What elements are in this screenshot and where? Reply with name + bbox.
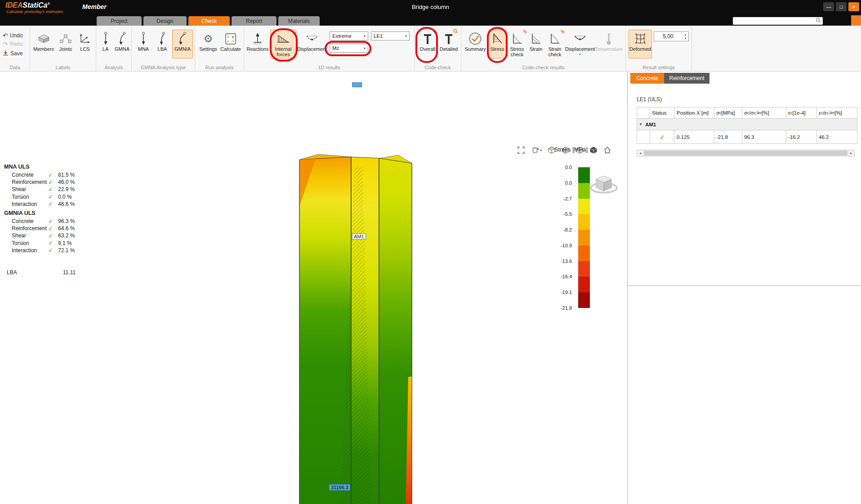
tab-reinforcement[interactable]: Reinforcement: [664, 73, 709, 84]
result-item-label: Concrete: [4, 172, 48, 178]
result-item-value: 46.0 %: [58, 179, 75, 185]
lcs-button[interactable]: LCS: [76, 30, 94, 58]
result-item: Interaction✓72.1 %: [4, 247, 112, 254]
group-label-run: Run analysis: [195, 65, 244, 70]
result-item: Interaction✓46.6 %: [4, 201, 112, 208]
internal-forces-icon: [277, 31, 290, 46]
tab-concrete[interactable]: Concrete: [630, 73, 664, 84]
results-table-row[interactable]: ✓0.125-21.896.3-16.246.2: [637, 130, 857, 144]
close-button[interactable]: ×: [848, 2, 859, 11]
lba-value: 11.11: [63, 269, 76, 276]
redo-label: Redo: [10, 41, 23, 47]
results-table-group-row[interactable]: ▼ AM1: [637, 119, 857, 130]
member-label[interactable]: AM1: [352, 233, 366, 240]
table-header-cell: σ c [MPa]: [714, 107, 742, 119]
percent-icon: %: [523, 29, 527, 35]
spinner-down-icon[interactable]: ▾: [685, 36, 687, 40]
result-item-label: Torsion: [4, 194, 48, 200]
strain-button[interactable]: Strain: [528, 30, 544, 58]
members-button[interactable]: Members: [32, 30, 55, 58]
check-icon: ✓: [48, 232, 58, 239]
lba-icon: [158, 31, 167, 46]
settings-button[interactable]: ⚙ Settings: [198, 30, 219, 58]
spinner-up-icon[interactable]: ▴: [685, 33, 687, 36]
overall-button[interactable]: % Overall: [418, 30, 437, 58]
undo-button[interactable]: ↶ Undo: [3, 32, 22, 39]
gmna-button[interactable]: GMNA: [114, 30, 130, 58]
column-3d-model[interactable]: [292, 152, 423, 504]
deformed-scale-spinner[interactable]: 5.00 ▴ ▾: [654, 31, 689, 41]
scrollbar-thumb[interactable]: [644, 151, 848, 156]
strain-check-button[interactable]: % Strain check: [545, 30, 565, 58]
redo-button[interactable]: ↷ Redo: [3, 40, 22, 48]
orbit-icon[interactable]: ▾: [531, 146, 542, 154]
displacement-1d-button[interactable]: Displacement: [297, 30, 327, 58]
search-input[interactable]: [733, 18, 816, 24]
calculate-icon: +×−=: [225, 31, 236, 46]
internal-forces-button[interactable]: Internal forces: [270, 30, 296, 58]
tab-materials[interactable]: Materials: [278, 16, 320, 26]
overall-label: Overall: [420, 46, 436, 52]
component-dropdown[interactable]: Mz ▾: [330, 44, 368, 53]
legend-segment: [578, 199, 590, 214]
stress-check-button[interactable]: % Stress check: [507, 30, 527, 58]
peak-value-label[interactable]: 31166.3: [329, 484, 350, 491]
stress-button[interactable]: Stress: [488, 30, 506, 58]
tab-design[interactable]: Design: [143, 16, 187, 26]
undo-icon: ↶: [3, 32, 8, 39]
strain-icon: [530, 31, 542, 46]
legend-tick-label: -2.7: [563, 196, 572, 201]
navigation-cube[interactable]: [589, 172, 619, 200]
stress-check-label: Stress check: [508, 46, 526, 57]
gear-icon: ⚙: [204, 31, 213, 46]
ribbon-group-gmna-type: MNA LBA GMNIA GMNA Analysis type: [132, 26, 195, 71]
joints-button[interactable]: Joints: [56, 30, 76, 58]
zoom-extents-icon[interactable]: [517, 146, 525, 154]
minimize-button[interactable]: —: [823, 2, 834, 11]
tab-report-label: Report: [246, 18, 262, 24]
panel-divider-horizontal[interactable]: [628, 285, 861, 286]
displacement-results-label: Displacement: [565, 46, 595, 52]
help-button[interactable]: [851, 15, 861, 26]
reactions-button[interactable]: Reactions: [247, 30, 268, 58]
detailed-button[interactable]: Detailed: [439, 30, 459, 58]
logo-statica: StatiCa: [22, 1, 47, 9]
ribbon: ↶ Undo ↷ Redo Save Data Members Joints: [0, 26, 861, 71]
gmnia-button[interactable]: GMNIA: [172, 30, 193, 58]
tab-concrete-label: Concrete: [636, 75, 658, 81]
gmna-icon: [118, 31, 127, 46]
viewport-3d[interactable]: MNA ULSConcrete✓81.5 %Reinforcement✓46.0…: [0, 71, 627, 504]
table-cell: 46.2: [817, 130, 857, 144]
result-item-label: Shear: [4, 232, 48, 239]
scroll-left-icon[interactable]: ◄: [637, 152, 643, 155]
legend-segment: [578, 245, 590, 261]
legend-segment: [578, 183, 590, 199]
home-view-icon[interactable]: [603, 146, 611, 154]
maximize-button[interactable]: □: [836, 2, 847, 11]
displacement-results-button[interactable]: Displacement ▾: [566, 30, 594, 58]
magnifier-icon: [453, 29, 458, 35]
la-label: LA: [103, 46, 108, 52]
extreme-dropdown[interactable]: Extreme ▾: [330, 31, 368, 40]
result-item-value: 96.3 %: [58, 218, 75, 224]
table-horizontal-scrollbar[interactable]: ◄ ►: [637, 150, 855, 156]
summary-button[interactable]: Summary: [464, 30, 486, 58]
legend-tick-label: -13.6: [561, 259, 572, 264]
mna-button[interactable]: MNA: [134, 30, 152, 58]
calculate-button[interactable]: +×−= Calculate: [220, 30, 241, 58]
results-table-header: StatusPosition X [m]σ c [MPa]σ c /σ c,li…: [637, 107, 857, 119]
tab-project[interactable]: Project: [97, 16, 142, 26]
check-icon: ✓: [48, 179, 58, 186]
group-label-code-check-results: Code-check results: [461, 65, 625, 70]
scroll-right-icon[interactable]: ►: [848, 152, 854, 155]
temperature-button[interactable]: Temperature: [595, 30, 622, 58]
reactions-icon: [252, 31, 263, 46]
load-case-dropdown[interactable]: LE1 ▾: [371, 31, 410, 40]
collapse-icon[interactable]: ▼: [639, 122, 642, 126]
save-button[interactable]: Save: [3, 50, 22, 57]
tab-report[interactable]: Report: [232, 16, 277, 26]
lba-button[interactable]: LBA: [153, 30, 171, 58]
tab-check[interactable]: Check: [188, 16, 230, 26]
la-button[interactable]: LA: [98, 30, 113, 58]
deformed-button[interactable]: Deformed: [629, 30, 652, 58]
